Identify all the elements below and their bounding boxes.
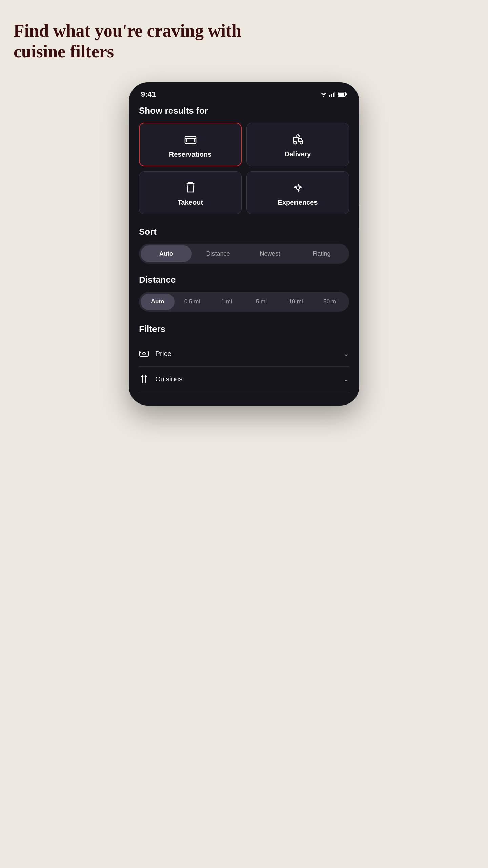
distance-10mi[interactable]: 10 mi	[279, 294, 313, 310]
sort-newest[interactable]: Newest	[244, 245, 296, 262]
phone-notch	[224, 82, 264, 92]
phone-shell: 9:41 Show results for	[129, 82, 359, 406]
experiences-label: Experiences	[278, 199, 318, 206]
reservations-label: Reservations	[169, 151, 212, 158]
sort-title: Sort	[139, 226, 349, 237]
show-results-section: Show results for Reservations	[139, 105, 349, 214]
battery-icon	[338, 92, 347, 97]
svg-rect-6	[346, 93, 347, 95]
sort-auto[interactable]: Auto	[141, 245, 192, 262]
cuisines-chevron-icon: ⌄	[343, 375, 349, 383]
wifi-icon	[320, 92, 327, 97]
sort-rating[interactable]: Rating	[296, 245, 347, 262]
results-grid: Reservations Delivery	[139, 123, 349, 214]
svg-rect-1	[331, 94, 332, 97]
filters-title: Filters	[139, 324, 349, 334]
cuisines-filter-left: Cuisines	[139, 374, 183, 384]
takeout-label: Takeout	[178, 199, 203, 206]
svg-rect-3	[334, 92, 336, 97]
phone-side-button	[359, 204, 359, 228]
reservations-button[interactable]: Reservations	[139, 123, 242, 166]
distance-pill-group: Auto 0.5 mi 1 mi 5 mi 10 mi 50 mi	[139, 292, 349, 312]
price-filter-row[interactable]: Price ⌄	[139, 341, 349, 367]
svg-point-17	[143, 352, 145, 355]
experiences-icon	[291, 181, 305, 195]
distance-1mi[interactable]: 1 mi	[210, 294, 244, 310]
delivery-icon	[291, 133, 305, 146]
svg-rect-0	[329, 95, 330, 97]
status-time: 9:41	[141, 90, 156, 99]
svg-rect-2	[333, 93, 334, 97]
sort-section: Sort Auto Distance Newest Rating	[139, 226, 349, 264]
distance-5mi[interactable]: 5 mi	[244, 294, 278, 310]
phone-content: Show results for Reservations	[129, 102, 359, 406]
price-filter-left: Price	[139, 349, 171, 359]
price-chevron-icon: ⌄	[343, 350, 349, 358]
distance-50mi[interactable]: 50 mi	[313, 294, 347, 310]
hero-title: Find what you're craving with cuisine fi…	[14, 20, 251, 62]
filters-section: Filters Price ⌄	[139, 324, 349, 392]
takeout-button[interactable]: Takeout	[139, 171, 242, 214]
distance-title: Distance	[139, 275, 349, 285]
svg-point-15	[296, 186, 300, 190]
cuisines-label: Cuisines	[155, 375, 183, 383]
experiences-button[interactable]: Experiences	[246, 171, 349, 214]
show-results-title: Show results for	[139, 105, 349, 116]
svg-rect-16	[140, 351, 148, 356]
price-icon	[139, 349, 149, 359]
svg-rect-5	[338, 93, 344, 96]
distance-section: Distance Auto 0.5 mi 1 mi 5 mi 10 mi 50 …	[139, 275, 349, 312]
delivery-button[interactable]: Delivery	[246, 123, 349, 166]
signal-icon	[329, 92, 336, 97]
sort-distance[interactable]: Distance	[192, 245, 244, 262]
sort-pill-group: Auto Distance Newest Rating	[139, 244, 349, 264]
distance-0.5mi[interactable]: 0.5 mi	[175, 294, 209, 310]
distance-auto[interactable]: Auto	[141, 294, 175, 310]
cuisines-filter-row[interactable]: Cuisines ⌄	[139, 367, 349, 392]
delivery-label: Delivery	[285, 150, 311, 158]
status-icons	[320, 92, 347, 97]
reservations-icon	[184, 133, 197, 146]
cuisines-icon	[139, 374, 149, 384]
price-label: Price	[155, 350, 171, 358]
takeout-icon	[184, 181, 197, 195]
